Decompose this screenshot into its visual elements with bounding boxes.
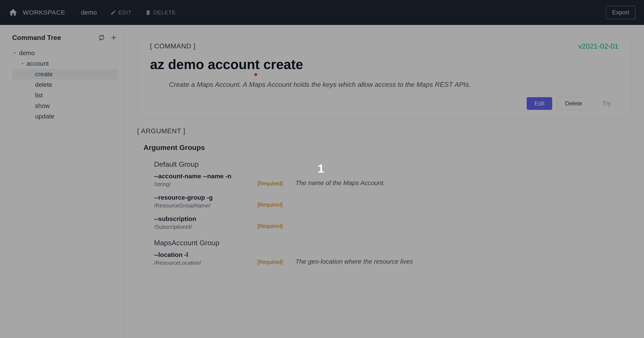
argument-row: --location -l /ResourceLocation/ [Requir… [154, 251, 631, 266]
tree-leaf-update[interactable]: update [12, 111, 118, 122]
add-button[interactable] [110, 33, 118, 42]
edit-button[interactable]: Edit [527, 97, 552, 110]
refresh-icon [98, 34, 105, 41]
argument-name: --location -l [154, 251, 258, 258]
tree-label: list [35, 92, 43, 99]
argument-row: --account-name --name -n /string/ [Requi… [154, 173, 631, 188]
argument-type: /string/ [154, 181, 258, 188]
argument-type: /ResourceLocation/ [154, 260, 258, 266]
argument-section-tag: [ ARGUMENT ] [137, 127, 185, 135]
home-icon[interactable] [8, 8, 18, 17]
version-label: v2021-02-01 [578, 42, 618, 50]
tree-leaf-list[interactable]: list [12, 90, 118, 101]
tree-label: demo [19, 49, 35, 57]
tree-label: show [35, 102, 50, 109]
export-button[interactable]: Export [606, 6, 636, 19]
command-tree: demo account create delete list show upd… [12, 48, 118, 122]
chevron-down-icon [20, 61, 25, 66]
edit-action[interactable]: EDIT [110, 9, 132, 16]
delete-label: DELETE [153, 9, 176, 16]
argument-required-badge: [Required] [258, 251, 296, 265]
argument-section: [ ARGUMENT ] Argument Groups Default Gro… [137, 127, 631, 266]
tree-leaf-delete[interactable]: delete [12, 79, 118, 90]
sidebar: Command Tree demo account create d [0, 25, 124, 338]
tree-label: update [35, 113, 54, 120]
pencil-icon [110, 10, 116, 16]
chevron-down-icon [12, 51, 17, 56]
command-title: az demo account create [150, 57, 618, 72]
workspace-name[interactable]: demo [81, 9, 97, 16]
sidebar-title: Command Tree [12, 34, 94, 42]
argument-name: --resource-group -g [154, 194, 258, 201]
tree-label: delete [35, 81, 52, 88]
argument-required-badge: [Required] [258, 173, 296, 187]
argument-groups-title: Argument Groups [144, 143, 631, 152]
command-section-tag: [ COMMAND ] [150, 42, 196, 50]
plus-icon [110, 34, 117, 41]
overlay-step-number: 1 [318, 161, 324, 175]
command-description: Create a Maps Account. A Maps Account ho… [169, 81, 618, 89]
tree-label: account [26, 60, 49, 67]
argument-name: --account-name --name -n [154, 173, 258, 180]
delete-action[interactable]: DELETE [145, 9, 176, 16]
refresh-button[interactable] [97, 33, 106, 42]
argument-required-badge: [Required] [258, 215, 296, 229]
try-button[interactable]: Try [595, 97, 618, 110]
delete-button[interactable]: Delete [557, 97, 590, 110]
main-content: [ COMMAND ] v2021-02-01 az demo account … [124, 25, 644, 338]
indicator-dot [254, 73, 257, 76]
argument-row: --resource-group -g /ResourceGroupName/ … [154, 194, 631, 209]
argument-description: The geo-location where the resource live… [296, 251, 413, 265]
argument-name: --subscription [154, 215, 258, 222]
workspace-label[interactable]: WORKSPACE [23, 9, 66, 16]
argument-required-badge: [Required] [258, 194, 296, 208]
group-title: MapsAccount Group [154, 239, 631, 247]
tree-node-account[interactable]: account [12, 58, 118, 69]
argument-row: --subscription /SubscriptionId/ [Require… [154, 215, 631, 230]
group-title: Default Group [154, 160, 631, 168]
tree-label: create [35, 71, 52, 78]
argument-type: /SubscriptionId/ [154, 224, 258, 230]
argument-type: /ResourceGroupName/ [154, 202, 258, 209]
app-header: WORKSPACE demo EDIT DELETE Export [0, 0, 644, 25]
tree-leaf-show[interactable]: show [12, 101, 118, 111]
tree-node-demo[interactable]: demo [12, 48, 118, 58]
tree-leaf-create[interactable]: create [12, 69, 118, 79]
command-title-text: az demo account create [150, 57, 303, 72]
edit-label: EDIT [118, 9, 132, 16]
trash-icon [145, 10, 151, 16]
argument-description: The name of the Maps Account. [296, 173, 385, 187]
command-card: [ COMMAND ] v2021-02-01 az demo account … [137, 33, 631, 119]
